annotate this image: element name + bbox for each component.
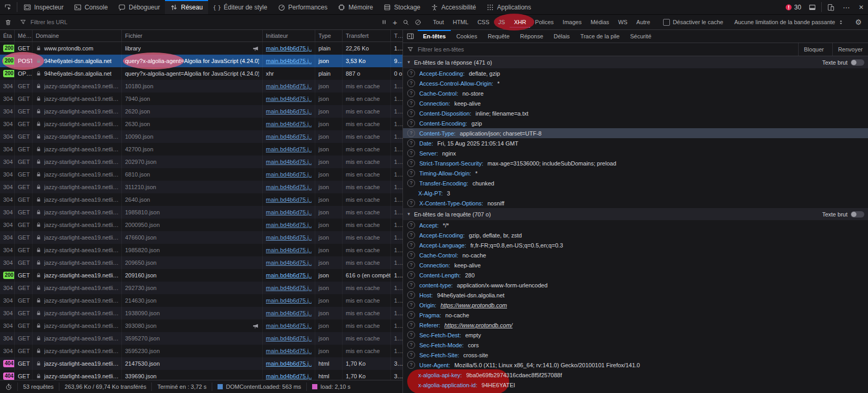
resend-button[interactable]: Renvoyer [832, 43, 868, 56]
throttling-dropdown[interactable]: Aucune limitation de la bande passante [730, 19, 848, 25]
tab-accessibilit-[interactable]: Accessibilité [426, 0, 481, 14]
request-headers-section-toggle[interactable]: ▼ En-têtes de la requête (707 o) Texte b… [403, 208, 868, 220]
help-icon[interactable]: ? [407, 321, 415, 329]
network-request-row[interactable]: 304GETjazzy-starlight-aeea19.netli…7940.… [0, 92, 402, 105]
initiator-link[interactable]: main.bd4b6d75.j… [266, 323, 312, 329]
network-request-row[interactable]: 304GETjazzy-starlight-aeea19.netli…10090… [0, 130, 402, 143]
initiator-link[interactable]: main.bd4b6d75.j… [266, 108, 312, 115]
filter-ws[interactable]: WS [614, 17, 632, 28]
help-icon[interactable]: ? [407, 129, 415, 137]
help-icon[interactable]: ? [407, 69, 415, 77]
raw-toggle[interactable] [851, 59, 864, 66]
network-request-row[interactable]: 304GETjazzy-starlight-aeea19.netli…10180… [0, 80, 402, 92]
help-icon[interactable]: ? [407, 139, 415, 147]
filter-xhr[interactable]: XHR [510, 17, 530, 28]
initiator-link[interactable]: main.bd4b6d75.j… [266, 234, 312, 241]
header-row[interactable]: ?Accept-Encoding:deflate, gzip [403, 68, 868, 78]
column-header-fichier[interactable]: Fichier [122, 30, 263, 42]
header-row[interactable]: ?Transfer-Encoding:chunked [403, 178, 868, 188]
initiator-link[interactable]: main.bd4b6d75.j… [266, 285, 312, 291]
tab-inspecteur[interactable]: Inspecteur [18, 0, 69, 14]
header-row[interactable]: ?Referer:https://www.protondb.com/ [403, 320, 868, 330]
header-row[interactable]: ?Date:Fri, 15 Aug 2025 21:05:14 GMT [403, 138, 868, 148]
initiator-link[interactable]: main.bd4b6d75.j… [266, 272, 312, 278]
help-icon[interactable]: ? [407, 251, 415, 259]
tab-applications[interactable]: Applications [481, 0, 536, 14]
network-request-row[interactable]: 304GETjazzy-starlight-aeea19.netli…20009… [0, 219, 402, 231]
filter-médias[interactable]: Médias [586, 17, 613, 28]
network-request-row[interactable]: 304GETjazzy-starlight-aeea19.netli…2620.… [0, 105, 402, 118]
clear-requests-button[interactable] [2, 16, 14, 28]
header-row[interactable]: ?Sec-Fetch-Mode:cors [403, 340, 868, 350]
tab-d-bogueur[interactable]: Débogueur [113, 0, 165, 14]
initiator-link[interactable]: main.bd4b6d75.j… [266, 260, 312, 266]
header-row[interactable]: ?Cache-Control:no-store [403, 88, 868, 98]
filter-js[interactable]: JS [494, 17, 509, 28]
header-row[interactable]: x-algolia-application-id:94HE6YATEI [403, 380, 868, 390]
network-request-row[interactable]: 304GETjazzy-starlight-aeea19.netli…39308… [0, 319, 402, 332]
initiator-link[interactable]: main.bd4b6d75.j… [266, 184, 312, 190]
help-icon[interactable]: ? [407, 361, 415, 369]
header-row[interactable]: x-algolia-api-key:9ba0e69fb2974316cdaec8… [403, 370, 868, 380]
help-icon[interactable]: ? [407, 159, 415, 167]
help-icon[interactable]: ? [407, 351, 415, 359]
header-row[interactable]: ?Content-Length:280 [403, 270, 868, 280]
tab-console[interactable]: Console [69, 0, 113, 14]
help-icon[interactable]: ? [407, 199, 415, 207]
network-request-row[interactable]: 304GETjazzy-starlight-aeea19.netli…35952… [0, 332, 402, 345]
split-panel-toggle-button[interactable] [403, 30, 418, 43]
header-row[interactable]: ?X-Content-Type-Options:nosniff [403, 198, 868, 208]
header-row[interactable]: ?Cache-Control:no-cache [403, 250, 868, 260]
pause-log-button[interactable] [378, 16, 390, 28]
header-row[interactable]: ?Origin:https://www.protondb.com [403, 300, 868, 310]
header-row[interactable]: ?Accept:*/* [403, 220, 868, 230]
column-header-t[interactable]: T… [391, 30, 402, 42]
network-request-row[interactable]: 304GETjazzy-starlight-aeea19.netli…6810.… [0, 168, 402, 181]
header-row[interactable]: ?Content-Disposition:inline; filename=a.… [403, 108, 868, 118]
help-icon[interactable]: ? [407, 221, 415, 229]
pick-element-button[interactable] [0, 0, 16, 14]
initiator-link[interactable]: main.bd4b6d75.j… [266, 222, 312, 228]
network-request-row[interactable]: 304GETjazzy-starlight-aeea19.netli…2630.… [0, 118, 402, 130]
network-request-row[interactable]: 304GETjazzy-starlight-aeea19.netli…47660… [0, 231, 402, 244]
raw-toggle[interactable] [851, 211, 864, 218]
help-icon[interactable]: ? [407, 281, 415, 289]
initiator-link[interactable]: main.bd4b6d75.j… [266, 45, 312, 51]
header-row[interactable]: ?Server:nginx [403, 148, 868, 158]
new-request-button[interactable]: + [390, 16, 400, 28]
initiator-link[interactable]: main.bd4b6d75.j… [266, 159, 312, 165]
help-icon[interactable]: ? [407, 149, 415, 157]
initiator-link[interactable]: main.bd4b6d75.j… [266, 348, 312, 354]
help-icon[interactable]: ? [407, 331, 415, 339]
error-count-button[interactable]: 30 [782, 0, 804, 14]
column-header-initiateur[interactable]: Initiateur [263, 30, 315, 42]
initiator-link[interactable]: main.bd4b6d75.j… [266, 96, 312, 102]
header-row[interactable]: ?Sec-Fetch-Dest:empty [403, 330, 868, 340]
header-row[interactable]: ?User-Agent:Mozilla/5.0 (X11; Linux x86_… [403, 360, 868, 370]
header-row[interactable]: ?Strict-Transport-Security:max-age=31536… [403, 158, 868, 168]
disable-cache-control[interactable]: Désactiver le cache [659, 19, 727, 26]
network-request-row[interactable]: 200POST94he6yatei-dsn.algolia.netquery?x… [0, 55, 402, 67]
close-devtools-button[interactable]: ✕ [854, 0, 868, 14]
column-header-ta[interactable]: Éta [0, 30, 15, 42]
network-request-row[interactable]: 200GETwww.protondb.comlibrarymain.bd4b6d… [0, 42, 402, 55]
help-icon[interactable]: ? [407, 231, 415, 239]
details-tab-s-curit-[interactable]: Sécurité [625, 30, 656, 43]
column-header-transfert[interactable]: Transfert [343, 30, 391, 42]
network-request-row[interactable]: 304GETjazzy-starlight-aeea19.netli…20965… [0, 256, 402, 269]
network-request-row[interactable]: 304GETjazzy-starlight-aeea19.netli…21463… [0, 294, 402, 307]
devtools-menu-button[interactable]: ⋯ [839, 0, 854, 14]
initiator-link[interactable]: main.bd4b6d75.j… [266, 121, 312, 127]
network-request-row[interactable]: 304GETjazzy-starlight-aeea19.netli…20297… [0, 156, 402, 168]
network-request-row[interactable]: 200GETjazzy-starlight-aeea19.netli…20916… [0, 269, 402, 282]
initiator-link[interactable]: main.bd4b6d75.j… [266, 310, 312, 316]
initiator-link[interactable]: main.bd4b6d75.j… [266, 247, 312, 253]
network-settings-button[interactable]: ⚙ [851, 18, 866, 26]
network-request-row[interactable]: 304GETjazzy-starlight-aeea19.netli…19380… [0, 307, 402, 319]
network-request-row[interactable]: 304GETjazzy-starlight-aeea19.netli…31121… [0, 181, 402, 193]
search-button[interactable] [400, 16, 412, 28]
response-headers-section-toggle[interactable]: ▼ En-têtes de la réponse (471 o) Texte b… [403, 56, 868, 68]
tab-performances[interactable]: Performances [273, 0, 333, 14]
filter-tout[interactable]: Tout [429, 17, 448, 28]
network-request-row[interactable]: 404GETjazzy-starlight-aeea19.netli…21475… [0, 357, 402, 370]
